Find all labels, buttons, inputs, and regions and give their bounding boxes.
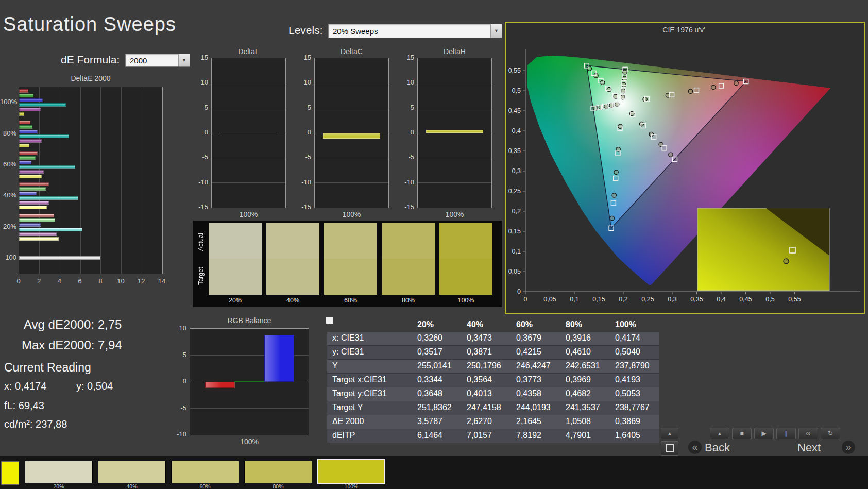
deltae-bar-blue — [19, 98, 43, 102]
gridline — [212, 108, 285, 108]
deltaH-y-tick: 0 — [399, 128, 414, 136]
swatch-target-half — [382, 259, 435, 295]
level-swatch-20%[interactable] — [25, 461, 93, 483]
svg-text:0,05: 0,05 — [508, 268, 521, 275]
measure-button[interactable]: ▴ — [710, 428, 729, 439]
gridline — [418, 182, 491, 183]
levels-dropdown[interactable]: 20% Sweeps ▼ — [328, 24, 502, 38]
current-cdm2: cd/m²: 237,88 — [4, 418, 67, 430]
deltaL-y-tick: -15 — [193, 203, 208, 211]
stop-button[interactable]: ■ — [732, 428, 752, 439]
chevron-down-icon[interactable]: ▼ — [490, 24, 502, 38]
level-swatch-label: 20% — [25, 483, 93, 489]
table-cell: 0,3648 — [412, 387, 462, 401]
gridline — [418, 158, 491, 158]
rgb-bar-red — [205, 382, 235, 388]
gridline — [315, 182, 388, 183]
svg-text:0,35: 0,35 — [508, 147, 521, 155]
deltae-x-tick: 8 — [94, 277, 107, 285]
swatch-target-half — [209, 259, 262, 295]
table-row-label: Y — [327, 360, 412, 373]
level-swatch-100%[interactable] — [317, 459, 385, 484]
deltal-x-label: 100% — [211, 210, 286, 218]
svg-text:0,25: 0,25 — [508, 188, 521, 195]
svg-text:0,2: 0,2 — [619, 296, 627, 303]
cie-measured-point — [612, 193, 616, 197]
deltae-bar-white — [19, 256, 100, 260]
de-formula-dropdown[interactable]: 2000 ▼ — [125, 54, 190, 67]
deltal-chart — [211, 58, 286, 208]
swatch-actual-half — [324, 223, 377, 259]
cie-measured-point — [610, 216, 614, 220]
back-button[interactable]: Back — [705, 441, 730, 454]
deltae-x-tick: 6 — [74, 277, 86, 285]
svg-text:0,15: 0,15 — [592, 296, 605, 303]
swatch-target-half — [324, 259, 377, 295]
level-swatch-label: 60% — [171, 483, 239, 489]
deltae-y-tick: 20% — [0, 223, 16, 230]
cie-measured-point — [639, 122, 643, 126]
refresh-button[interactable]: ↻ — [821, 428, 840, 439]
deltae-bar-green — [19, 218, 55, 222]
deltae-bar-cyan — [19, 103, 66, 107]
next-button[interactable]: Next — [797, 441, 821, 454]
play-button[interactable]: ▶ — [754, 428, 774, 439]
deltae-bar-cyan — [19, 228, 82, 231]
table-cell: 237,8790 — [610, 360, 659, 373]
back-chevron-icon[interactable]: « — [688, 441, 702, 454]
svg-text:0,3: 0,3 — [512, 167, 521, 175]
level-swatch-60%[interactable] — [171, 461, 239, 483]
table-row: x: CIE310,32600,34730,36790,39160,4174 — [327, 332, 659, 346]
deltae-gridline — [80, 87, 81, 274]
deltae-y-tick: 100% — [0, 98, 16, 106]
deltah-x-label: 100% — [417, 210, 492, 218]
svg-text:0,4: 0,4 — [717, 296, 725, 303]
deltae-bar-green — [19, 125, 32, 129]
table-cell: 0,5040 — [610, 346, 659, 359]
actual-target-swatches: ActualTarget20%40%60%80%100% — [193, 221, 502, 307]
table-cell: 2,1645 — [511, 415, 560, 429]
level-swatch-40%[interactable] — [98, 461, 166, 483]
cie-measured-point — [622, 82, 626, 87]
deltaC-y-tick: -5 — [296, 153, 311, 161]
deltac-chart — [314, 58, 389, 208]
chevron-down-icon[interactable]: ▼ — [178, 54, 190, 66]
deltae-x-tick: 4 — [53, 277, 65, 285]
deltae-bar-blue — [19, 192, 37, 195]
table-cell: 0,4013 — [462, 387, 511, 401]
next-chevron-icon[interactable]: » — [842, 441, 855, 454]
deltae-bar-green — [19, 156, 36, 160]
pause-button[interactable]: ∥ — [776, 428, 796, 439]
deltaC-y-tick: 5 — [296, 104, 311, 111]
level-swatch-80%[interactable] — [244, 461, 312, 483]
cie-measured-point — [604, 104, 608, 108]
continuous-button[interactable]: ∞ — [798, 428, 818, 439]
table-cell: 0,3473 — [462, 332, 511, 345]
table-cell: 251,8362 — [412, 401, 462, 415]
table-header-cell: 60% — [511, 318, 560, 332]
table-row-label: x: CIE31 — [327, 332, 412, 345]
deltaH-y-tick: 10 — [399, 78, 414, 86]
sweep-swatch-60% — [324, 223, 377, 295]
svg-text:0,55: 0,55 — [788, 296, 801, 303]
table-cell: 0,4610 — [560, 346, 610, 359]
deltae-gridline — [60, 87, 60, 274]
max-de2000: Max dE2000: 7,94 — [22, 338, 122, 352]
deltaL-y-tick: -5 — [193, 153, 208, 161]
deltae-bar-magenta — [19, 170, 44, 174]
table-cell: 0,3260 — [412, 332, 462, 345]
deltae-bar-yellow — [19, 112, 24, 116]
levels-label: Levels: — [288, 24, 323, 37]
level-swatch-label: 40% — [98, 483, 166, 489]
cie-measured-point — [669, 153, 673, 157]
deltaC-bar — [323, 133, 381, 139]
deltae-bar-magenta — [19, 201, 49, 205]
gridline — [315, 108, 388, 108]
panel-up-button[interactable]: ▴ — [661, 428, 678, 439]
rgb-balance-chart — [190, 328, 309, 435]
deltae-bar-green — [19, 94, 33, 97]
screen-button[interactable] — [661, 441, 678, 456]
sweep-swatch-80% — [382, 223, 435, 295]
deltae-bar-cyan — [19, 165, 75, 169]
deltaH-y-tick: 5 — [399, 104, 414, 111]
